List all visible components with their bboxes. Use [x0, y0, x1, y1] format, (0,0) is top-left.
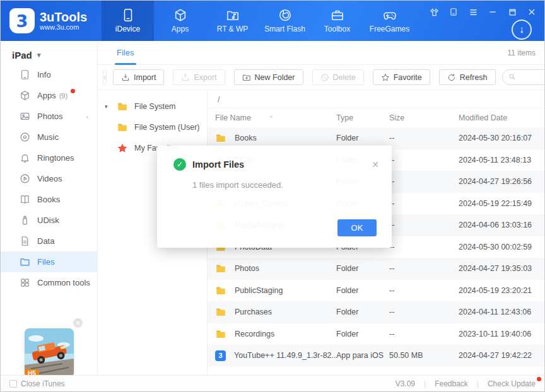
device-selector[interactable]: iPad ▼	[1, 41, 97, 64]
sidebar-item-udisk[interactable]: UDisk	[1, 210, 97, 231]
sidebar-item-label: Music	[37, 132, 59, 142]
table-row[interactable]: PublicStagingFolder--2024-05-19 23:20:21	[208, 280, 544, 302]
bell-icon	[20, 153, 30, 163]
nav-item-freegames[interactable]: FreeGames	[363, 1, 416, 41]
new-folder-button[interactable]: New Folder	[234, 69, 303, 85]
sidebar-item-data[interactable]: Data	[1, 231, 97, 251]
file-size: --	[389, 308, 459, 316]
file-size: --	[389, 264, 459, 273]
search-box[interactable]	[502, 69, 545, 85]
tree-item-label: File System (User)	[134, 123, 199, 132]
book-icon	[20, 194, 30, 205]
device-name: iPad	[12, 50, 32, 61]
dialog-close-icon[interactable]: ✕	[372, 159, 379, 170]
tab-files[interactable]: Files	[117, 41, 134, 65]
file-type: Folder	[336, 134, 389, 142]
table-row[interactable]: PhotosFolder--2024-04-27 19:35:03	[208, 258, 544, 280]
chevron-down-icon: ▼	[36, 52, 42, 59]
sidebar-item-ringtones[interactable]: Ringtones	[1, 147, 97, 168]
sidebar-item-music[interactable]: Music	[1, 127, 97, 147]
3utools-window: 3 3uTools www.3u.com iDeviceAppsRT & WPS…	[0, 0, 545, 392]
toolbox-icon	[331, 8, 344, 22]
maximize-icon[interactable]	[507, 7, 517, 17]
cube-icon	[173, 8, 187, 22]
minimize-icon[interactable]	[488, 7, 498, 17]
table-row[interactable]: PurchasesFolder--2024-04-11 12:43:06	[208, 301, 544, 323]
check-update-link[interactable]: Check Update	[488, 379, 536, 388]
checkbox-icon[interactable]	[9, 380, 17, 388]
banner-close-icon[interactable]: ✕	[73, 318, 83, 328]
file-size: --	[389, 134, 459, 142]
sidebar-item-apps[interactable]: Apps (9)	[1, 85, 97, 106]
nav-item-apps[interactable]: Apps	[154, 1, 206, 41]
nav-item-idevice[interactable]: iDevice	[102, 1, 154, 41]
phone-icon	[121, 8, 135, 22]
sidebar-item-photos[interactable]: Photos›	[1, 106, 97, 127]
ok-button[interactable]: OK	[337, 219, 377, 236]
column-modified-date[interactable]: Modified Date	[459, 113, 544, 122]
table-row[interactable]: RecordingsFolder--2023-10-11 19:40:06	[208, 323, 544, 345]
nav-item-rt-wp[interactable]: RT & WP	[206, 1, 259, 41]
file-size: --	[389, 243, 459, 251]
file-date: 2024-05-30 00:02:59	[459, 243, 544, 251]
gamepad-icon	[383, 8, 397, 22]
sidebar-item-label: Data	[37, 236, 54, 246]
device-note-icon[interactable]	[448, 7, 459, 17]
sidebar-item-books[interactable]: Books	[1, 189, 97, 210]
sidebar-item-files[interactable]: Files	[1, 251, 97, 272]
button-label: Export	[194, 73, 216, 82]
column-size[interactable]: Size	[389, 113, 459, 122]
nav-item-toolbox[interactable]: Toolbox	[311, 1, 363, 41]
sidebar-item-label: UDisk	[37, 216, 59, 225]
column-file-name[interactable]: File Name ^	[215, 113, 336, 122]
nav-item-label: RT & WP	[217, 25, 249, 33]
sidebar-item-common-tools[interactable]: Common tools	[1, 272, 97, 293]
table-row[interactable]: 3YouTube++ 11.49.9_1.3r-82...App para iO…	[208, 345, 544, 367]
file-size: --	[389, 221, 459, 229]
game-banner-image[interactable]: H5	[25, 328, 74, 378]
flash-shield-icon	[278, 8, 292, 22]
folder-icon	[215, 285, 226, 296]
sort-asc-icon: ^	[270, 115, 272, 121]
file-date: 2024-04-27 19:26:56	[459, 177, 544, 186]
favorite-button[interactable]: Favorite	[373, 69, 430, 85]
feedback-link[interactable]: Feedback	[435, 379, 468, 388]
expand-triangle-icon[interactable]: ▾	[105, 103, 108, 110]
sidebar-item-info[interactable]: Info	[1, 64, 97, 85]
tree-item-file-system-user-[interactable]: File System (User)	[98, 117, 207, 137]
close-icon[interactable]	[527, 7, 537, 17]
column-type[interactable]: Type	[336, 113, 389, 122]
close-itunes-toggle[interactable]: Close iTunes	[9, 379, 65, 388]
refresh-button[interactable]: Refresh	[439, 69, 496, 85]
button-label: Favorite	[394, 73, 422, 82]
file-date: 2024-04-27 19:35:03	[459, 264, 544, 273]
app-title: 3uTools	[40, 11, 87, 24]
sidebar-item-label: Files	[37, 257, 54, 267]
star-icon	[381, 73, 390, 82]
file-type: Folder	[336, 286, 389, 295]
file-name: Books	[235, 134, 257, 142]
folder-icon	[215, 263, 226, 274]
window-controls	[429, 7, 537, 17]
file-size: --	[389, 286, 459, 295]
button-label: New Folder	[255, 73, 295, 82]
search-input[interactable]	[519, 73, 545, 82]
status-bar: Close iTunes V3.09 | Feedback | Check Up…	[1, 375, 544, 391]
download-manager-button[interactable]: ↓	[512, 20, 532, 40]
tree-item-file-system[interactable]: ▾File System	[98, 96, 207, 117]
nav-item-smart-flash[interactable]: Smart Flash	[259, 1, 311, 41]
ringtone-folder-icon	[226, 8, 240, 22]
file-name: Photos	[235, 264, 259, 273]
theme-icon[interactable]	[429, 7, 439, 17]
sidebar-item-videos[interactable]: Videos	[1, 168, 97, 189]
back-button[interactable]: ‹	[103, 69, 107, 85]
breadcrumb[interactable]: /	[208, 91, 544, 108]
menu-icon[interactable]	[468, 7, 478, 17]
app-url: www.3u.com	[40, 24, 87, 32]
delete-icon	[320, 73, 329, 82]
import-button[interactable]: Import	[113, 69, 164, 85]
promo-banner[interactable]: ✕	[25, 323, 75, 378]
button-label: Delete	[333, 73, 356, 82]
update-notification-dot	[537, 377, 541, 381]
items-count: 11 items	[508, 49, 536, 57]
